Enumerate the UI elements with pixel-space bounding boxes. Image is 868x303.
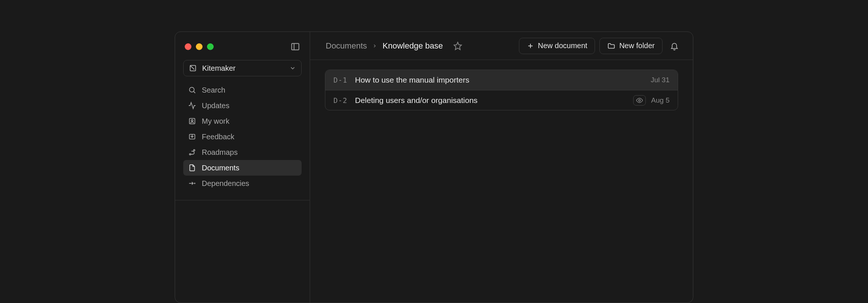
sidebar-item-feedback[interactable]: Feedback [183,129,302,144]
document-date: Aug 5 [651,96,670,104]
workspace-icon [189,64,197,72]
workspace-name: Kitemaker [202,64,289,73]
svg-point-3 [190,87,194,92]
maximize-window-button[interactable] [207,43,214,50]
sidebar-item-label: Dependencies [202,179,249,188]
titlebar [175,32,310,60]
breadcrumb: Documents Knowledge base [326,41,519,51]
document-id: D-2 [333,96,349,104]
inbox-icon [188,132,197,141]
sidebar-item-label: Updates [202,101,230,110]
watched-badge[interactable] [633,95,646,106]
svg-point-9 [190,154,191,155]
sidebar-item-label: Roadmaps [202,148,238,157]
svg-point-10 [194,150,195,151]
breadcrumb-current: Knowledge base [382,41,443,51]
new-folder-button[interactable]: New folder [599,38,662,54]
notifications-button[interactable] [667,39,682,53]
sidebar-item-roadmaps[interactable]: Roadmaps [183,144,302,160]
window-controls [185,43,214,50]
main-content: Documents Knowledge base New document [310,32,693,303]
close-window-button[interactable] [185,43,191,50]
document-row[interactable]: D-1 How to use the manual importers Jul … [325,70,678,90]
dependency-icon [188,179,197,188]
svg-marker-13 [454,42,461,50]
document-meta: Jul 31 [651,76,670,84]
document-icon [188,163,197,172]
svg-point-6 [191,120,193,121]
document-row[interactable]: D-2 Deleting users and/or organisations … [325,90,678,110]
favorite-button[interactable] [453,41,462,50]
folder-icon [607,42,615,50]
bell-icon [670,41,679,50]
content-area: D-1 How to use the manual importers Jul … [310,60,693,120]
svg-point-16 [639,99,641,101]
document-list: D-1 How to use the manual importers Jul … [325,70,678,110]
chevron-right-icon [372,43,377,49]
plus-icon [527,42,534,50]
user-icon [188,117,197,126]
minimize-window-button[interactable] [196,43,203,50]
route-icon [188,148,197,157]
toggle-sidebar-button[interactable] [290,42,300,51]
sidebar-item-label: My work [202,117,229,126]
document-title: How to use the manual importers [355,76,651,84]
chevron-down-icon [289,65,296,71]
app-window: Kitemaker Search Updates [175,31,693,303]
header: Documents Knowledge base New document [310,32,693,60]
sidebar-item-updates[interactable]: Updates [183,98,302,113]
document-id: D-1 [333,76,349,84]
breadcrumb-root[interactable]: Documents [326,41,367,51]
button-label: New document [538,41,587,50]
sidebar-item-label: Feedback [202,133,234,141]
activity-icon [188,101,197,110]
sidebar-item-documents[interactable]: Documents [183,160,302,176]
star-icon [453,41,462,50]
header-actions: New document New folder [519,38,682,54]
sidebar-item-my-work[interactable]: My work [183,113,302,129]
sidebar-item-search[interactable]: Search [183,82,302,98]
sidebar-nav: Search Updates My work Feedback [175,82,310,191]
sidebar-item-label: Search [202,86,225,94]
eye-icon [636,97,643,104]
sidebar: Kitemaker Search Updates [175,32,310,303]
panel-left-icon [290,42,300,51]
button-label: New folder [619,41,655,50]
document-meta: Aug 5 [633,95,670,106]
sidebar-divider [175,200,310,200]
document-title: Deleting users and/or organisations [355,96,633,105]
svg-rect-0 [292,43,299,50]
search-icon [188,86,197,94]
new-document-button[interactable]: New document [519,38,595,54]
workspace-selector[interactable]: Kitemaker [183,60,302,76]
sidebar-item-label: Documents [202,164,239,172]
svg-point-12 [194,183,195,184]
svg-line-4 [194,91,195,93]
document-date: Jul 31 [651,76,670,84]
sidebar-item-dependencies[interactable]: Dependencies [183,176,302,191]
